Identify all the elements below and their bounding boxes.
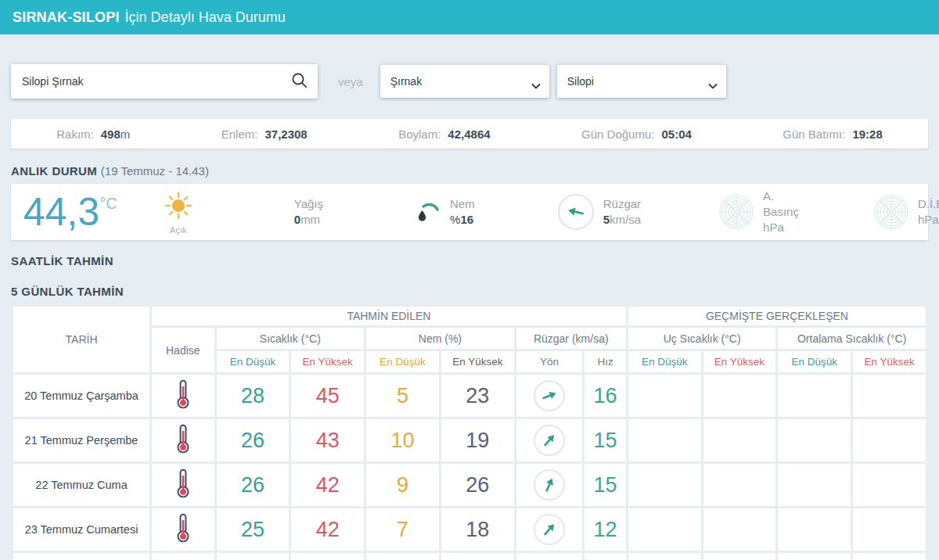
temp-low-cell: 28	[217, 375, 290, 417]
col-header-extreme-high: En Yüksek	[703, 351, 776, 372]
temp-low-cell: 26	[217, 419, 290, 461]
wind-direction-circle-icon	[534, 380, 565, 411]
search-row: veya Şırnak Silopi	[11, 64, 928, 99]
hum-high-cell: 26	[441, 464, 514, 506]
search-box	[11, 64, 318, 99]
wind-dir-cell	[516, 464, 583, 506]
current-conditions-strip: 44,3 °C Açık Yağış 0mm	[11, 184, 928, 240]
forecast-row: 23 Temmuz Cumartesi 25 42 7 18	[13, 508, 926, 551]
weather-event-cell	[152, 464, 214, 506]
temp-high-cell: 42	[291, 508, 364, 551]
altitude-label: Rakım:	[56, 127, 94, 141]
forecast-row-partial	[13, 553, 926, 560]
thermometer-icon	[174, 487, 192, 501]
past-cell	[703, 419, 776, 461]
current-temperature: 44,3 °C	[23, 192, 117, 232]
current-section-time: (19 Temmuz - 14.43)	[101, 164, 209, 178]
rain-label: Yağış	[294, 196, 323, 212]
weather-event-cell	[152, 375, 214, 417]
altitude-info: Rakım: 498 m	[56, 127, 130, 141]
wind-dir-cell	[516, 419, 583, 461]
col-header-date: TARİH	[13, 307, 149, 372]
five-day-section-title: 5 GÜNLÜK TAHMİN	[11, 285, 928, 298]
rain-value: 0mm	[294, 212, 323, 228]
forecast-date: 21 Temmuz Perşembe	[13, 419, 149, 461]
past-cell	[853, 464, 926, 506]
wind-arrow-icon	[564, 201, 587, 224]
temp-high-cell: 42	[291, 464, 364, 506]
province-select-wrap: Şırnak	[380, 65, 549, 98]
wind-speed-cell: 12	[585, 508, 625, 551]
longitude-info: Boylam: 42,4864	[398, 127, 490, 141]
past-cell	[778, 508, 851, 551]
current-section-title: ANLIK DURUM (19 Temmuz - 14.43)	[11, 164, 928, 178]
past-cell	[703, 375, 776, 417]
forecast-row: 21 Temmuz Perşembe 26 43 10 19	[13, 419, 926, 461]
past-cell	[853, 375, 926, 417]
weather-event-cell	[152, 419, 214, 461]
pressure-dial-icon	[719, 195, 754, 229]
latitude-label: Enlem:	[221, 127, 258, 141]
hourly-section-title: SAATLİK TAHMİN	[11, 254, 928, 267]
col-header-extreme-temp: Uç Sıcaklık (°C)	[628, 328, 776, 349]
temp-high-cell: 45	[291, 375, 364, 417]
district-select[interactable]: Silopi	[557, 65, 726, 98]
past-cell	[853, 419, 926, 461]
temp-high-cell: 43	[291, 419, 364, 461]
wind-arrow-icon	[538, 385, 561, 407]
altitude-unit: m	[121, 127, 131, 141]
col-header-wind-dir: Yön	[516, 351, 583, 372]
past-cell	[628, 419, 701, 461]
search-input[interactable]	[11, 75, 282, 88]
past-cell	[628, 464, 701, 506]
humidity-gauge-icon	[416, 200, 441, 224]
or-label: veya	[338, 75, 363, 88]
wind-direction-circle-icon	[534, 425, 565, 456]
col-header-temperature: Sıcaklık (°C)	[217, 328, 365, 349]
humidity-label: Nem	[450, 196, 475, 212]
station-pressure-label: D.İ.Basınç	[918, 196, 939, 212]
station-pressure-block: D.İ.Basınç hPa	[874, 195, 939, 229]
past-cell	[628, 508, 701, 551]
past-cell	[703, 508, 776, 551]
wind-speed-cell: 16	[585, 375, 625, 417]
col-header-wind: Rüzgar (km/sa)	[516, 328, 626, 349]
top-bar: SIRNAK-SILOPI İçin Detaylı Hava Durumu	[0, 0, 939, 34]
sunrise-info: Gün Doğumu: 05:04	[581, 127, 692, 141]
hum-high-cell: 19	[441, 419, 514, 461]
group-header-past: GEÇMİŞTE GERÇEKLEŞEN	[628, 307, 926, 325]
forecast-row: 22 Temmuz Cuma 26 42 9 26	[13, 464, 926, 506]
province-select[interactable]: Şırnak	[380, 65, 549, 98]
sun-icon	[163, 190, 194, 224]
hum-low-cell: 10	[366, 419, 439, 461]
col-header-wind-speed: Hız	[585, 351, 625, 372]
altitude-value: 498	[101, 127, 121, 141]
station-info-bar: Rakım: 498 m Enlem: 37,2308 Boylam: 42,4…	[11, 119, 928, 149]
wind-value: 5km/sa	[603, 212, 641, 228]
col-header-temp-low: En Düşük	[217, 351, 290, 372]
col-header-avg-high: En Yüksek	[853, 351, 926, 372]
col-header-extreme-low: En Düşük	[628, 351, 701, 372]
latitude-info: Enlem: 37,2308	[221, 127, 308, 141]
past-cell	[778, 464, 851, 506]
past-cell	[628, 375, 701, 417]
past-cell	[778, 419, 851, 461]
pressure-dial-icon	[874, 195, 908, 229]
wind-dir-cell	[516, 508, 583, 551]
current-section-label: ANLIK DURUM	[11, 164, 97, 178]
hum-low-cell: 7	[366, 508, 439, 551]
longitude-value: 42,4864	[448, 127, 490, 141]
past-cell	[778, 375, 851, 417]
condition-label: Açık	[170, 225, 186, 235]
wind-direction-circle-icon	[534, 469, 565, 501]
page-title-location: SIRNAK-SILOPI	[13, 9, 120, 26]
col-header-average-temp: Ortalama Sıcaklık (°C)	[778, 328, 926, 349]
humidity-value: %16	[450, 212, 475, 228]
rain-block: Yağış 0mm	[294, 196, 323, 228]
wind-direction-circle-icon	[558, 194, 594, 230]
page-title: İçin Detaylı Hava Durumu	[125, 9, 286, 26]
search-button[interactable]	[282, 64, 318, 99]
forecast-date: 22 Temmuz Cuma	[13, 464, 149, 506]
hum-high-cell: 18	[441, 508, 514, 551]
past-cell	[703, 464, 776, 506]
